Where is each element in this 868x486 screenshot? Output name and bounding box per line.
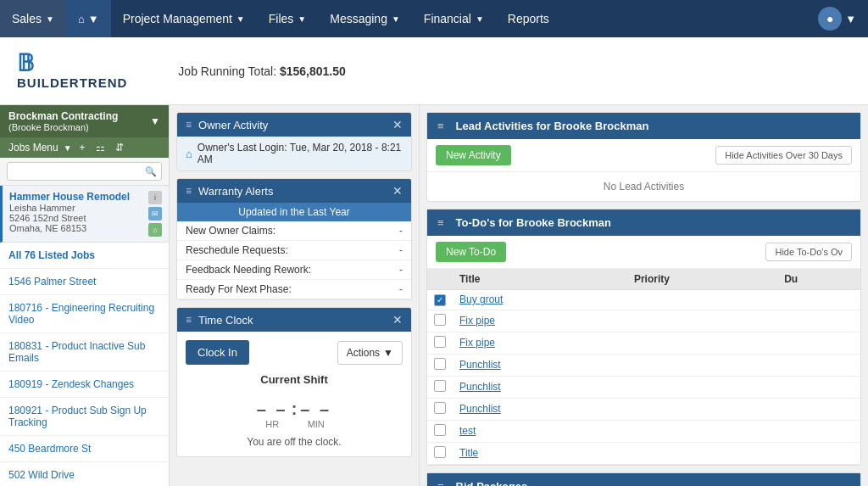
todo-title-link[interactable]: Title [459, 447, 478, 459]
todo-due-cell [777, 310, 860, 332]
right-panel: ≡ Lead Activities for Brooke Brockman Ne… [420, 105, 868, 486]
todo-checkbox-cell[interactable] [427, 332, 453, 354]
todo-checkbox-cell[interactable] [427, 310, 453, 332]
home-icon: ⌂ [78, 13, 85, 25]
todo-title-link[interactable]: test [459, 425, 476, 437]
todo-checkbox[interactable] [434, 446, 446, 458]
todo-title-link[interactable]: Punchlist [459, 359, 501, 371]
owner-activity-widget: ≡ Owner Activity ✕ ⌂ Owner's Last Login:… [176, 112, 412, 171]
todo-checkbox[interactable] [434, 358, 446, 370]
drag-handle-icon[interactable]: ≡ [437, 120, 444, 132]
job-search-input[interactable] [7, 162, 162, 181]
todo-due-cell [777, 442, 860, 464]
todo-checkbox[interactable] [434, 336, 446, 348]
current-shift-label: Current Shift [186, 373, 403, 386]
warranty-row: Reschedule Requests: - [177, 241, 411, 260]
todo-priority-cell [627, 310, 777, 332]
list-item[interactable]: 180831 - Product Inactive Sub Emails [0, 333, 169, 371]
job-home-icon[interactable]: ⌂ [148, 223, 162, 237]
drag-handle-icon[interactable]: ≡ [186, 119, 192, 131]
avatar: ● [818, 7, 842, 31]
todo-checkbox-cell[interactable] [427, 420, 453, 442]
todo-title-link[interactable]: Fix pipe [459, 315, 495, 327]
todo-checkbox-cell[interactable] [427, 354, 453, 376]
list-item[interactable]: 1546 Palmer Street [0, 269, 169, 295]
todo-checkbox-cell[interactable] [427, 376, 453, 398]
featured-job-item[interactable]: Hammer House Remodel Leisha Hammer 5246 … [0, 186, 169, 243]
todo-checkbox-cell[interactable] [427, 398, 453, 420]
nav-item-financial[interactable]: Financial ▼ [412, 0, 496, 37]
add-job-button[interactable]: + [77, 142, 88, 154]
nav-item-reports[interactable]: Reports [496, 0, 561, 37]
col-due-header: Du [777, 269, 860, 290]
drag-handle-icon[interactable]: ≡ [437, 480, 444, 487]
todo-checkbox[interactable] [434, 402, 446, 414]
close-icon[interactable]: ✕ [392, 313, 403, 327]
jobs-menu-bar: Jobs Menu ▼ + ⚏ ⇵ [0, 137, 169, 158]
todo-checkbox-cell[interactable] [427, 442, 453, 464]
jobs-menu-caret-icon[interactable]: ▼ [64, 143, 72, 153]
table-row: Punchlist [427, 354, 860, 376]
todo-checkbox[interactable] [434, 424, 446, 436]
pm-caret-icon: ▼ [236, 14, 245, 24]
table-row: Title [427, 442, 860, 464]
warranty-row: Feedback Needing Rework: - [177, 260, 411, 280]
hide-todos-button[interactable]: Hide To-Do's Ov [765, 243, 852, 261]
list-item[interactable]: 180921 - Product Sub Sign Up Tracking [0, 398, 169, 436]
nav-item-project-management[interactable]: Project Management ▼ [111, 0, 257, 37]
new-todo-button[interactable]: New To-Do [436, 242, 506, 262]
list-item[interactable]: 180716 - Engineering Recruiting Video [0, 295, 169, 333]
todo-title-cell: test [453, 420, 627, 442]
todo-priority-cell [627, 442, 777, 464]
clock-in-button[interactable]: Clock In [186, 340, 249, 365]
todo-checkbox[interactable]: ✓ [434, 294, 446, 306]
todo-checkbox-cell[interactable]: ✓ [427, 290, 453, 310]
new-activity-button[interactable]: New Activity [436, 145, 511, 165]
table-row: Punchlist [427, 398, 860, 420]
nav-item-messaging[interactable]: Messaging ▼ [318, 0, 412, 37]
actions-caret-icon: ▼ [383, 347, 393, 359]
top-navigation: Sales ▼ ⌂ ▼ Project Management ▼ Files ▼… [0, 0, 868, 37]
list-item[interactable]: All 76 Listed Jobs [0, 243, 169, 269]
todo-title-cell: Fix pipe [453, 332, 627, 354]
todo-title-link[interactable]: Punchlist [459, 381, 501, 393]
timeclock-display: – – HR : – – MIN [186, 399, 403, 429]
hide-activities-button[interactable]: Hide Activities Over 30 Days [715, 146, 852, 165]
nav-item-sales[interactable]: Sales ▼ [0, 0, 66, 37]
home-caret-icon: ▼ [88, 13, 99, 25]
todos-widget: ≡ To-Do's for Brooke Brockman New To-Do … [426, 209, 861, 466]
job-email-icon[interactable]: ✉ [148, 207, 162, 221]
jobs-list: All 76 Listed Jobs 1546 Palmer Street 18… [0, 243, 169, 486]
list-item[interactable]: 502 Wild Drive [0, 462, 169, 486]
person-icon: ● [826, 12, 833, 25]
list-item[interactable]: 450 Beardmore St [0, 436, 169, 462]
financial-caret-icon: ▼ [476, 14, 484, 24]
todo-priority-cell [627, 376, 777, 398]
hours-display: – – [257, 399, 288, 419]
sort-button[interactable]: ⇵ [113, 142, 126, 154]
actions-button[interactable]: Actions ▼ [337, 341, 403, 365]
todo-title-link[interactable]: Fix pipe [459, 337, 495, 349]
filter-button[interactable]: ⚏ [93, 142, 108, 154]
user-menu[interactable]: ● ▼ [806, 0, 868, 37]
warranty-header: ≡ Warranty Alerts ✕ [177, 179, 411, 203]
close-icon[interactable]: ✕ [392, 118, 403, 131]
todo-priority-cell [627, 290, 777, 310]
todo-title-cell: Punchlist [453, 354, 627, 376]
todo-priority-cell [627, 354, 777, 376]
job-info-icon[interactable]: i [148, 191, 162, 204]
drag-handle-icon[interactable]: ≡ [186, 314, 192, 326]
job-search-container: 🔍 [0, 158, 169, 186]
todo-title-link[interactable]: Buy grout [459, 293, 503, 305]
sidebar-company-name: Brockman Contracting [8, 110, 118, 122]
close-icon[interactable]: ✕ [392, 184, 403, 198]
todo-checkbox[interactable] [434, 380, 446, 392]
nav-item-files[interactable]: Files ▼ [257, 0, 318, 37]
todo-checkbox[interactable] [434, 314, 446, 326]
drag-handle-icon[interactable]: ≡ [437, 216, 444, 229]
nav-item-home[interactable]: ⌂ ▼ [66, 0, 111, 37]
list-item[interactable]: 180919 - Zendesk Changes [0, 371, 169, 398]
todo-title-link[interactable]: Punchlist [459, 403, 501, 415]
sales-caret-icon: ▼ [46, 14, 54, 24]
drag-handle-icon[interactable]: ≡ [186, 185, 192, 197]
